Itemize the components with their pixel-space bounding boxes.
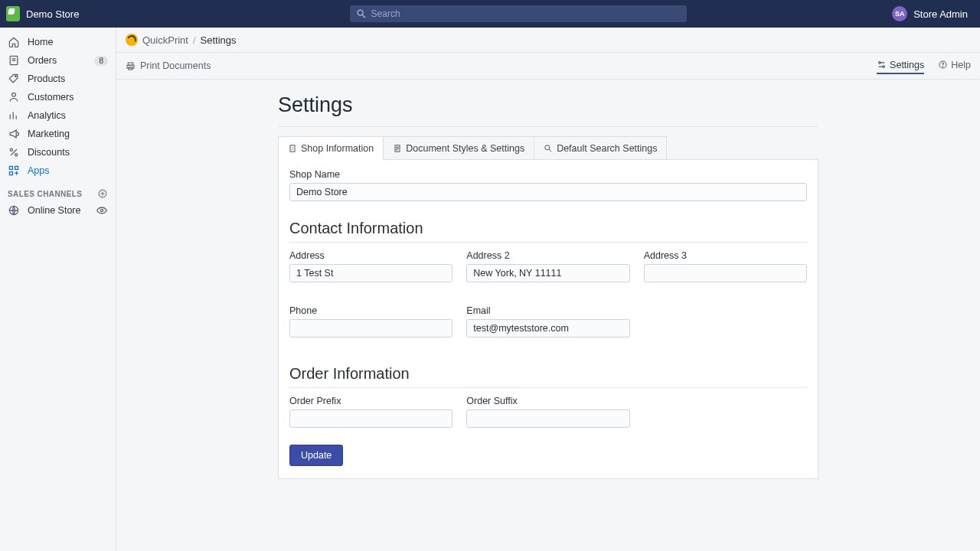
apps-icon [8, 165, 20, 177]
sidebar-item-orders[interactable]: Orders 8 [0, 52, 116, 69]
update-button[interactable]: Update [289, 445, 343, 466]
search-input[interactable] [371, 8, 681, 19]
tab-label: Document Styles & Settings [406, 143, 524, 154]
orders-badge: 8 [94, 56, 108, 66]
settings-card: Shop Name Contact Information Address Ad… [278, 160, 818, 479]
svg-line-24 [549, 149, 551, 152]
breadcrumb: QuickPrint / Settings [116, 28, 980, 53]
svg-point-0 [358, 10, 363, 15]
document-icon [393, 144, 402, 153]
store-name: Demo Store [26, 8, 79, 20]
email-label: Email [466, 305, 629, 316]
shop-name-input[interactable] [289, 183, 807, 201]
tab-default-search[interactable]: Default Search Settings [534, 136, 667, 159]
order-suffix-label: Order Suffix [466, 396, 629, 406]
order-prefix-input[interactable] [289, 409, 452, 428]
breadcrumb-sep: / [193, 34, 196, 46]
svg-rect-15 [127, 65, 134, 68]
search-icon [544, 144, 553, 153]
svg-point-18 [883, 66, 885, 68]
help-icon [938, 60, 948, 70]
nav-label: Help [951, 60, 971, 70]
address2-input[interactable] [466, 264, 629, 282]
shop-name-label: Shop Name [289, 169, 807, 180]
order-prefix-label: Order Prefix [289, 396, 452, 406]
nav-help[interactable]: Help [938, 60, 971, 73]
search-box[interactable] [350, 5, 687, 22]
contact-heading: Contact Information [289, 220, 807, 243]
sliders-icon [877, 60, 887, 70]
phone-input[interactable] [289, 319, 452, 337]
search-icon [356, 8, 367, 19]
app-logo-icon [126, 34, 138, 46]
app-nav: Print Documents Settings Help [116, 53, 980, 80]
svg-rect-9 [15, 166, 18, 169]
svg-rect-21 [290, 145, 295, 152]
sidebar-item-label: Discounts [28, 147, 70, 158]
sidebar: Home Orders 8 Products Customers Analyti… [0, 28, 116, 551]
tab-shop-information[interactable]: Shop Information [278, 136, 384, 159]
sidebar-item-products[interactable]: Products [0, 70, 116, 87]
settings-tabs: Shop Information Document Styles & Setti… [278, 136, 818, 160]
tab-label: Default Search Settings [557, 143, 657, 154]
brand[interactable]: Demo Store [6, 6, 144, 21]
sidebar-item-discounts[interactable]: Discounts [0, 144, 116, 161]
sidebar-item-apps[interactable]: Apps [0, 162, 116, 179]
percent-icon [8, 146, 20, 158]
sidebar-item-label: Apps [28, 165, 50, 176]
topbar: Demo Store SA Store Admin [0, 0, 980, 28]
address-input[interactable] [289, 264, 452, 282]
svg-point-20 [942, 67, 943, 67]
nav-settings[interactable]: Settings [877, 60, 924, 74]
user-menu[interactable]: SA Store Admin [892, 6, 968, 21]
main: QuickPrint / Settings Print Documents Se… [116, 28, 980, 551]
nav-label: Print Documents [140, 60, 211, 71]
breadcrumb-app[interactable]: QuickPrint [142, 34, 188, 46]
phone-label: Phone [289, 305, 452, 316]
svg-rect-10 [9, 172, 12, 175]
nav-label: Settings [890, 60, 924, 70]
order-heading: Order Information [289, 365, 807, 388]
print-icon [126, 61, 136, 71]
avatar: SA [892, 6, 907, 21]
eye-icon[interactable] [96, 204, 108, 217]
svg-point-4 [12, 93, 16, 96]
building-icon [288, 144, 297, 153]
orders-icon [8, 54, 20, 67]
svg-line-1 [362, 15, 365, 18]
sidebar-channel-online-store[interactable]: Online Store [0, 202, 116, 219]
sidebar-item-label: Orders [28, 55, 57, 66]
sidebar-item-analytics[interactable]: Analytics [0, 107, 116, 124]
page-title: Settings [278, 93, 818, 127]
address3-input[interactable] [644, 264, 807, 282]
store-icon [8, 204, 20, 217]
sidebar-item-marketing[interactable]: Marketing [0, 126, 116, 142]
nav-print-documents[interactable]: Print Documents [126, 60, 211, 71]
email-input[interactable] [466, 319, 629, 337]
svg-point-13 [100, 209, 103, 211]
sales-channels-heading: SALES CHANNELS [0, 181, 116, 202]
person-icon [8, 91, 20, 103]
svg-point-3 [15, 76, 17, 77]
svg-point-5 [10, 148, 12, 151]
address3-label: Address 3 [644, 250, 807, 261]
sidebar-item-label: Marketing [28, 129, 70, 139]
sidebar-item-customers[interactable]: Customers [0, 89, 116, 106]
plus-circle-icon[interactable] [97, 188, 108, 199]
svg-point-17 [879, 62, 881, 64]
address2-label: Address 2 [466, 250, 629, 261]
sidebar-item-home[interactable]: Home [0, 34, 116, 51]
tab-document-styles[interactable]: Document Styles & Settings [384, 136, 534, 159]
order-suffix-input[interactable] [466, 409, 629, 428]
svg-point-6 [15, 154, 18, 156]
address-label: Address [289, 250, 452, 261]
user-name: Store Admin [913, 8, 968, 20]
home-icon [8, 36, 20, 48]
shopify-logo-icon [6, 6, 20, 21]
svg-line-7 [11, 149, 17, 155]
chart-icon [8, 109, 20, 122]
megaphone-icon [8, 128, 20, 140]
tab-label: Shop Information [301, 143, 374, 154]
sidebar-item-label: Customers [28, 92, 74, 103]
svg-point-23 [545, 145, 550, 150]
